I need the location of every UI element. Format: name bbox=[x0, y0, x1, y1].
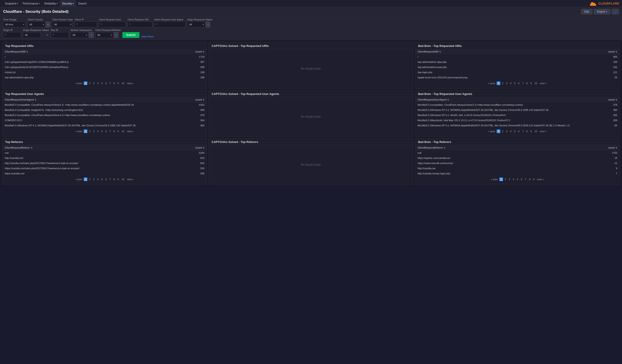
page-button[interactable]: 6 bbox=[517, 129, 521, 133]
client-country-select[interactable]: All bbox=[27, 21, 45, 27]
edge-response-status-select[interactable]: All bbox=[187, 21, 205, 27]
table-row[interactable]: /wp-login.php121 bbox=[415, 70, 620, 75]
page-button[interactable]: 3 bbox=[505, 129, 508, 133]
page-button[interactable]: 1 bbox=[84, 81, 87, 85]
top-uris-col2[interactable]: count ⇅ bbox=[191, 49, 207, 54]
bad-bots-user-agents-col2[interactable]: count ⇅ bbox=[604, 97, 620, 102]
page-button[interactable]: 4 bbox=[511, 178, 515, 181]
table-row[interactable]: Mozilla/5.0 (compatible; CloudFlare-Alwa… bbox=[415, 102, 620, 108]
time-range-select[interactable]: All time bbox=[3, 21, 26, 27]
page-button[interactable]: « prev bbox=[487, 129, 496, 133]
page-button[interactable]: « prev bbox=[74, 81, 83, 85]
nav-item-security[interactable]: Security ▾ bbox=[60, 0, 76, 7]
page-button[interactable]: 9 bbox=[116, 178, 120, 181]
page-button[interactable]: 10 bbox=[120, 81, 125, 85]
table-row[interactable]: https://camilia.me/index.php/2017/06/17/… bbox=[2, 166, 207, 171]
table-row[interactable]: /robots.txt198 bbox=[2, 70, 207, 75]
page-button[interactable]: 5 bbox=[513, 129, 516, 133]
page-button[interactable]: 2 bbox=[504, 178, 507, 181]
page-button[interactable]: 6 bbox=[517, 81, 521, 85]
page-button[interactable]: 5 bbox=[516, 178, 519, 181]
page-button[interactable]: 9 bbox=[529, 81, 533, 85]
client-request-host-input[interactable] bbox=[99, 21, 126, 27]
table-row[interactable]: /apple-touch-icon-152x152-precomposed.pn… bbox=[415, 75, 620, 80]
bad-bots-uris-col1[interactable]: ClientRequestURI ⇅ bbox=[415, 49, 604, 54]
more-button[interactable]: ... bbox=[612, 9, 619, 14]
page-button[interactable]: 10 bbox=[120, 178, 125, 181]
table-row[interactable]: Mozilla/5.0 (Macintosh; Intel Mac OS X 1… bbox=[415, 118, 620, 123]
client-device-type-select[interactable]: All bbox=[52, 21, 72, 27]
page-button[interactable]: next » bbox=[126, 129, 135, 133]
page-button[interactable]: 8 bbox=[112, 178, 116, 181]
worker-subrequest-clear[interactable]: × bbox=[89, 32, 93, 38]
page-button[interactable]: 6 bbox=[104, 178, 108, 181]
client-request-method-clear[interactable]: × bbox=[114, 32, 118, 38]
top-uris-col1[interactable]: ClientRequestURI ⇅ bbox=[2, 49, 191, 54]
page-button[interactable]: 5 bbox=[100, 129, 104, 133]
page-button[interactable]: 4 bbox=[509, 81, 512, 85]
page-button[interactable]: 4 bbox=[96, 81, 100, 85]
top-referers-col1[interactable]: ClientRequestReferer ⇅ bbox=[2, 145, 191, 150]
page-button[interactable]: 10 bbox=[533, 129, 538, 133]
table-row[interactable]: /1718 bbox=[2, 54, 207, 59]
page-button[interactable]: 6 bbox=[104, 81, 108, 85]
page-button[interactable]: 8 bbox=[528, 178, 531, 181]
page-button[interactable]: 1 bbox=[499, 178, 503, 181]
page-button[interactable]: 9 bbox=[116, 81, 120, 85]
origin-ip-input[interactable] bbox=[3, 32, 21, 38]
page-button[interactable]: 3 bbox=[505, 81, 508, 85]
table-row[interactable]: null5264 bbox=[2, 150, 207, 156]
page-button[interactable]: 7 bbox=[521, 81, 525, 85]
page-button[interactable]: 4 bbox=[96, 178, 100, 181]
nav-item-snapshot[interactable]: Snapshot ▾ bbox=[3, 0, 20, 7]
page-button[interactable]: 7 bbox=[108, 81, 112, 85]
table-row[interactable]: https://uptime.com/camilia.me19 bbox=[415, 156, 620, 161]
page-button[interactable]: 3 bbox=[92, 81, 96, 85]
edit-button[interactable]: Edit bbox=[581, 9, 593, 14]
table-row[interactable]: /cdn-cgi/apps/body/3Lh52SjWTQ4HRlErJykHq… bbox=[2, 65, 207, 70]
page-button[interactable]: next » bbox=[126, 81, 135, 85]
table-row[interactable]: /wp-admin/admin-ajax.php196 bbox=[415, 59, 620, 65]
table-row[interactable]: http://camilia.me9 bbox=[415, 166, 620, 171]
page-button[interactable]: 8 bbox=[112, 81, 116, 85]
page-button[interactable]: 3 bbox=[92, 129, 96, 133]
table-row[interactable]: null1763 bbox=[415, 150, 620, 156]
bad-bots-referers-col1[interactable]: ClientRequestReferer ⇅ bbox=[415, 145, 604, 150]
nav-item-performance[interactable]: Performance ▾ bbox=[20, 0, 42, 7]
page-button[interactable]: 9 bbox=[529, 129, 533, 133]
page-button[interactable]: 5 bbox=[100, 178, 104, 181]
table-row[interactable]: http://camilia.me/816 bbox=[2, 156, 207, 161]
page-button[interactable]: 6 bbox=[520, 178, 524, 181]
table-row[interactable]: COMODO DCV364 bbox=[2, 118, 207, 123]
page-button[interactable]: 2 bbox=[88, 178, 91, 181]
table-row[interactable]: Mozilla/5.0 (compatible; CloudFlare-Alwa… bbox=[2, 113, 207, 118]
page-button[interactable]: « prev bbox=[490, 178, 499, 181]
table-row[interactable]: /966 bbox=[415, 54, 620, 59]
top-user-agents-col2[interactable]: count ⇅ bbox=[191, 97, 207, 102]
table-row[interactable]: /cdn-cgi/apps/head/xVgyKhR-vV3dAUGhMqfBc… bbox=[2, 59, 207, 65]
page-button[interactable]: 2 bbox=[88, 129, 91, 133]
submit-button[interactable]: Submit bbox=[122, 32, 140, 38]
origin-response-status-select[interactable]: All bbox=[23, 32, 41, 38]
page-button[interactable]: 7 bbox=[524, 178, 527, 181]
table-row[interactable]: /wp-admin/admin-post.php162 bbox=[415, 65, 620, 70]
edge-response-status-clear[interactable]: × bbox=[206, 21, 210, 27]
page-button[interactable]: 2 bbox=[501, 81, 504, 85]
page-button[interactable]: 5 bbox=[513, 81, 516, 85]
table-row[interactable]: /wp-admin/admin-ajax.php196 bbox=[2, 75, 207, 80]
page-button[interactable]: 1 bbox=[84, 129, 87, 133]
table-row[interactable]: Mozilla/5.0 (Windows NT 6.1; WOW64) Appl… bbox=[2, 123, 207, 128]
page-button[interactable]: 1 bbox=[84, 178, 87, 181]
page-button[interactable]: 4 bbox=[96, 129, 100, 133]
client-request-uri-input[interactable] bbox=[128, 21, 152, 27]
page-button[interactable]: « prev bbox=[74, 129, 83, 133]
table-row[interactable]: Mozilla/5.0 (Windows NT 6.1; WOW64) Appl… bbox=[415, 123, 620, 128]
page-button[interactable]: 8 bbox=[525, 81, 529, 85]
table-row[interactable]: Mozilla/5.0 (compatible; bingbot/2.0; +h… bbox=[2, 108, 207, 113]
client-country-clear[interactable]: × bbox=[46, 21, 50, 27]
page-button[interactable]: 7 bbox=[108, 129, 112, 133]
table-row[interactable]: http://camilia.me/wp-login.php7 bbox=[415, 171, 620, 176]
page-button[interactable]: 2 bbox=[501, 129, 504, 133]
page-button[interactable]: next » bbox=[539, 129, 548, 133]
page-button[interactable]: « prev bbox=[487, 81, 496, 85]
